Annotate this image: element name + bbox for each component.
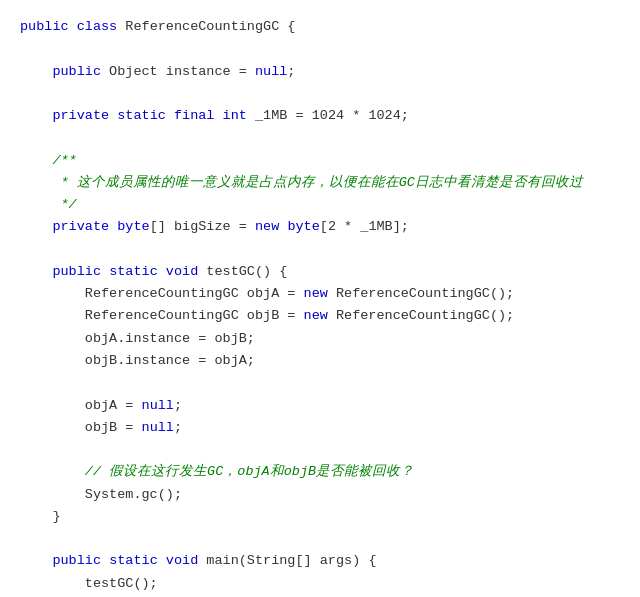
line-26: testGC(); (20, 576, 158, 591)
line-15: objA.instance = objB; (20, 331, 255, 346)
line-19: objB = null; (20, 420, 182, 435)
code-container: public class ReferenceCountingGC { publi… (0, 0, 640, 597)
line-8: * 这个成员属性的唯一意义就是占点内存，以便在能在GC日志中看清楚是否有回收过 (20, 175, 583, 190)
line-3: public Object instance = null; (20, 64, 295, 79)
line-16: objB.instance = objA; (20, 353, 255, 368)
line-9: */ (20, 197, 77, 212)
line-23: } (20, 509, 61, 524)
line-25: public static void main(String[] args) { (20, 553, 376, 568)
line-22: System.gc(); (20, 487, 182, 502)
line-12: public static void testGC() { (20, 264, 287, 279)
line-14: ReferenceCountingGC objB = new Reference… (20, 308, 514, 323)
line-7: /** (20, 153, 77, 168)
line-1: public class ReferenceCountingGC { (20, 19, 295, 34)
code-block: public class ReferenceCountingGC { publi… (20, 16, 620, 597)
line-5: private static final int _1MB = 1024 * 1… (20, 108, 409, 123)
line-18: objA = null; (20, 398, 182, 413)
line-10: private byte[] bigSize = new byte[2 * _1… (20, 219, 409, 234)
line-21: // 假设在这行发生GC，objA和objB是否能被回收？ (20, 464, 414, 479)
line-13: ReferenceCountingGC objA = new Reference… (20, 286, 514, 301)
